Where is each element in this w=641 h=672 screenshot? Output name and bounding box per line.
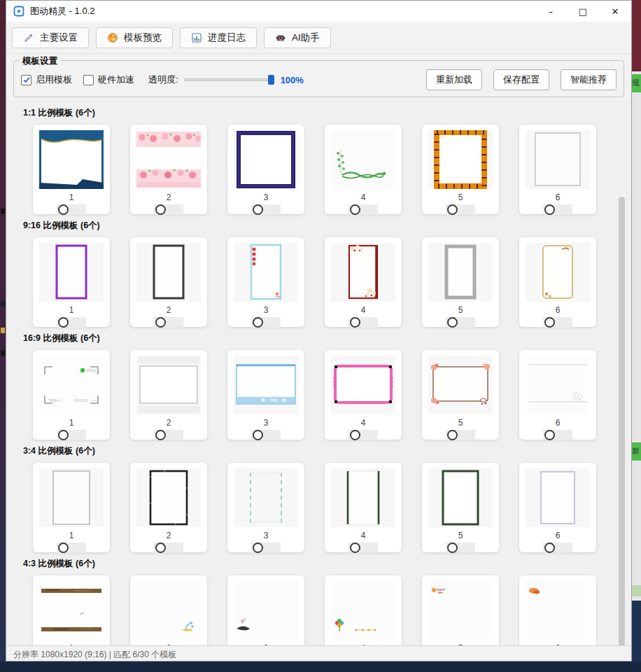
tab-label: 模板预览 <box>124 31 162 44</box>
opacity-slider[interactable] <box>184 75 274 85</box>
template-card[interactable]: 3 <box>227 237 304 327</box>
template-card[interactable]: 5 <box>422 237 499 327</box>
radio-circle-icon <box>58 317 69 328</box>
template-card[interactable]: 4 <box>325 125 402 214</box>
tab-template-preview[interactable]: 模板预览 <box>96 27 173 48</box>
template-card[interactable]: 1 <box>33 237 110 327</box>
template-thumbnail <box>39 243 104 302</box>
template-select-radio[interactable] <box>446 542 475 553</box>
template-select-radio[interactable] <box>251 542 281 553</box>
template-select-radio[interactable] <box>348 317 378 328</box>
save-config-button[interactable]: 保存配置 <box>493 69 549 90</box>
maximize-button[interactable]: □ <box>567 1 599 22</box>
palette-icon <box>107 32 118 43</box>
template-select-radio[interactable] <box>446 317 475 328</box>
template-card[interactable]: 1 <box>33 125 110 214</box>
template-card[interactable]: 3 <box>227 350 304 440</box>
enable-template-checkbox[interactable]: 启用模板 <box>21 74 72 86</box>
template-card[interactable]: 4 <box>325 575 402 645</box>
scrollbar-thumb[interactable] <box>619 197 625 645</box>
template-number: 6 <box>556 418 561 428</box>
template-card-row: 123456 <box>22 237 610 327</box>
template-card[interactable]: 2 <box>130 463 207 552</box>
template-number: 2 <box>167 643 171 645</box>
smart-recommend-button[interactable]: 智能推荐 <box>561 69 617 90</box>
template-select-radio[interactable] <box>543 204 572 215</box>
template-card[interactable]: 6 <box>519 237 596 327</box>
template-thumbnail <box>136 581 201 640</box>
template-card[interactable]: 5 <box>422 350 499 440</box>
template-card[interactable]: 6 <box>519 350 596 440</box>
tab-ai-assistant[interactable]: AI助手 <box>264 27 331 48</box>
template-select-radio[interactable] <box>446 430 475 440</box>
template-number: 1 <box>69 643 74 645</box>
tab-progress-log[interactable]: 进度日志 <box>180 27 257 48</box>
tab-label: AI助手 <box>292 31 320 44</box>
template-select-radio[interactable] <box>446 204 475 215</box>
template-select-radio[interactable] <box>154 430 183 440</box>
tab-main-settings[interactable]: 主要设置 <box>12 27 89 48</box>
desktop-edge-left <box>0 0 6 672</box>
template-card[interactable]: 2 <box>130 575 207 645</box>
template-card[interactable]: 2 <box>130 237 207 327</box>
template-thumbnail <box>39 581 104 640</box>
template-card[interactable]: 3 <box>227 463 304 552</box>
radio-circle-icon <box>544 204 555 215</box>
close-button[interactable]: ✕ <box>599 1 631 22</box>
reload-button[interactable]: 重新加载 <box>426 69 482 90</box>
template-select-radio[interactable] <box>543 430 572 440</box>
slider-track[interactable] <box>184 78 274 81</box>
template-card[interactable]: 2 <box>130 350 207 440</box>
template-number: 6 <box>556 643 561 645</box>
template-select-radio[interactable] <box>543 317 572 328</box>
template-number: 4 <box>361 305 366 315</box>
template-select-radio[interactable] <box>251 204 281 215</box>
template-card[interactable]: 3 <box>227 125 304 214</box>
template-card[interactable]: 6 <box>519 125 596 214</box>
svg-text:REC: REC <box>87 368 99 374</box>
background-window-edge: 规 新 <box>632 0 641 672</box>
template-select-radio[interactable] <box>154 317 183 328</box>
template-number: 1 <box>69 192 74 202</box>
scrollbar-track[interactable] <box>619 195 625 645</box>
template-card[interactable]: 3 <box>227 575 304 645</box>
template-card[interactable]: 2 <box>130 125 207 214</box>
template-select-radio[interactable] <box>154 542 183 553</box>
template-card[interactable]: 5 <box>422 463 499 552</box>
template-card[interactable]: 1 <box>33 575 110 645</box>
radio-circle-icon <box>544 430 555 440</box>
template-select-radio[interactable] <box>251 430 281 440</box>
template-select-radio[interactable] <box>57 542 86 553</box>
radio-circle-icon <box>447 204 458 215</box>
background-window-fragment <box>632 0 641 71</box>
template-card[interactable]: 6 <box>519 575 596 645</box>
slider-handle[interactable] <box>268 75 274 85</box>
template-select-radio[interactable] <box>57 317 86 328</box>
hardware-accel-checkbox[interactable]: 硬件加速 <box>83 74 134 86</box>
template-select-radio[interactable] <box>348 430 378 440</box>
template-thumbnail <box>136 356 201 414</box>
template-card[interactable]: 1 <box>33 463 110 552</box>
template-card[interactable]: 4 <box>325 237 402 327</box>
template-card[interactable]: RECTIME00:00:001 <box>33 350 110 440</box>
template-card[interactable]: 5 <box>422 575 499 645</box>
template-card[interactable]: 6 <box>519 463 596 552</box>
template-card[interactable]: 4 <box>325 350 402 440</box>
template-select-radio[interactable] <box>57 204 86 215</box>
minimize-button[interactable]: – <box>535 1 567 22</box>
template-select-radio[interactable] <box>348 204 378 215</box>
template-select-radio[interactable] <box>348 542 378 553</box>
template-number: 2 <box>167 305 171 315</box>
template-thumbnail <box>39 468 104 527</box>
template-select-radio[interactable] <box>543 542 572 553</box>
template-select-radio[interactable] <box>251 317 281 328</box>
template-thumbnail <box>136 243 201 302</box>
template-select-radio[interactable] <box>154 204 183 215</box>
robot-icon <box>275 32 286 43</box>
template-thumbnail <box>428 130 493 189</box>
svg-text:00:00:00: 00:00:00 <box>74 398 88 402</box>
template-number: 5 <box>458 192 463 202</box>
template-card[interactable]: 4 <box>325 463 402 552</box>
template-card[interactable]: 5 <box>422 125 499 214</box>
template-select-radio[interactable] <box>57 430 86 440</box>
